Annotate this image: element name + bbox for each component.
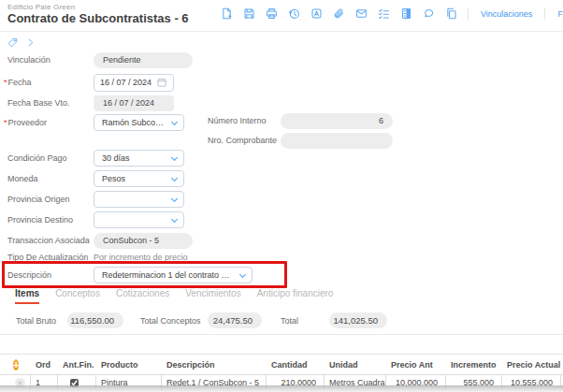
tab-anticipo-financiero[interactable]: Anticipo financiero xyxy=(257,288,334,304)
chevron-down-icon xyxy=(171,154,178,161)
moneda-value: Pesos xyxy=(102,174,125,183)
section-divider xyxy=(0,334,563,335)
field-numero-interno: Número Interno 6 xyxy=(208,112,393,129)
field-nro-comprobante: Nro. Comprobante xyxy=(208,132,393,149)
field-label: Moneda xyxy=(7,174,38,183)
total-bruto-value: 116,550.00 xyxy=(67,312,123,328)
fecha-value: 16 / 07 / 2024 xyxy=(100,78,152,87)
required-mark: * xyxy=(4,118,7,127)
field-provincia-destino: Provincia Destino xyxy=(7,211,184,228)
provincia-origen-select[interactable] xyxy=(94,191,184,208)
font-icon[interactable] xyxy=(310,7,323,20)
numero-interno-value: 6 xyxy=(281,113,393,129)
chevron-down-icon xyxy=(171,216,178,223)
attachment-icon[interactable] xyxy=(333,7,345,20)
chevron-down-icon xyxy=(239,271,246,278)
field-label: Transaccion Asociada xyxy=(7,236,90,245)
moneda-select[interactable]: Pesos xyxy=(94,170,184,187)
total-label: Total xyxy=(281,316,329,326)
total-value: 141,025.50 xyxy=(329,312,387,328)
quickbar xyxy=(7,37,36,48)
copy-icon[interactable] xyxy=(445,7,457,20)
chevron-right-icon[interactable] xyxy=(25,37,36,48)
field-label: Tipo De Actualización xyxy=(7,253,88,262)
tab-cotizaciones[interactable]: Cotizaciones xyxy=(116,288,169,304)
tab-bar: Items Conceptos Cotizaciones Vencimiento… xyxy=(15,288,333,304)
proveedor-select[interactable]: Ramón Subcontratis xyxy=(94,114,184,131)
fecha-base-value: 16 / 07 / 2024 xyxy=(94,95,174,111)
field-fecha: *Fecha 16 / 07 / 2024 xyxy=(7,74,174,91)
report-icon[interactable] xyxy=(400,7,412,20)
field-label: Provincia Origen xyxy=(7,195,70,204)
field-proveedor: *Proveedor Ramón Subcontratis xyxy=(7,114,184,131)
condicion-pago-value: 30 días xyxy=(102,153,130,163)
field-descripcion: Descripción Redeterminacion 1 del contra… xyxy=(7,267,253,283)
condicion-pago-select[interactable]: 30 días xyxy=(94,150,184,167)
field-label: Provincia Destino xyxy=(7,215,73,225)
tag-icon[interactable] xyxy=(7,37,18,48)
tipo-actualizacion-value: Por incremento de precio xyxy=(94,253,188,262)
descripcion-select[interactable]: Redeterminacion 1 del contrato ConSubcon… xyxy=(94,267,253,283)
page-title: Contrato de Subcontratistas - 6 xyxy=(7,11,189,25)
mail-icon[interactable] xyxy=(355,7,368,20)
total-bruto-label: Total Bruto xyxy=(16,316,67,326)
col-descripcion: Descripción xyxy=(162,360,267,370)
field-tipo-actualizacion: Tipo De Actualización Por incremento de … xyxy=(7,249,188,266)
tab-vencimientos[interactable]: Vencimientos xyxy=(185,288,240,304)
field-fecha-base: Fecha Base Vto. 16 / 07 / 2024 xyxy=(7,94,174,111)
descripcion-value: Redeterminacion 1 del contrato ConSubcon… xyxy=(102,270,235,280)
field-moneda: Moneda Pesos xyxy=(7,170,184,187)
col-ant-fin: Ant.Fin. xyxy=(58,360,96,370)
field-label: Proveedor xyxy=(8,118,48,127)
field-label: Fecha xyxy=(8,78,32,87)
finalizar-button[interactable]: Finalizar xyxy=(556,9,563,19)
history-icon[interactable] xyxy=(288,7,300,20)
required-mark: * xyxy=(4,78,7,87)
field-label: Número Interno xyxy=(208,116,267,125)
vinculaciones-button[interactable]: Vinculaciones xyxy=(479,9,534,19)
field-label: Condición Pago xyxy=(7,153,67,163)
col-precio-ant: Precio Ant xyxy=(386,360,446,370)
breadcrumb-project: Edificio Pale Green xyxy=(7,3,75,11)
col-producto: Producto xyxy=(96,360,162,370)
new-document-icon[interactable] xyxy=(221,7,233,20)
field-transaccion-asociada: Transaccion Asociada ConSubcon - 5 xyxy=(7,232,193,249)
col-incremento: Incremento xyxy=(446,360,502,370)
field-condicion-pago: Condición Pago 30 días xyxy=(7,150,184,167)
toolbar: Vinculaciones Finalizar Reactivar xyxy=(221,7,563,20)
print-icon[interactable] xyxy=(266,7,278,20)
chevron-down-icon xyxy=(171,196,178,202)
field-label: Vinculación xyxy=(7,55,51,65)
screenshot-edge-band xyxy=(0,385,563,392)
comment-icon[interactable] xyxy=(423,7,435,20)
tab-conceptos[interactable]: Conceptos xyxy=(55,288,100,304)
field-provincia-origen: Provincia Origen xyxy=(7,191,184,208)
col-unidad: Unidad xyxy=(325,360,386,370)
nro-comprobante-value xyxy=(281,133,393,149)
header-divider xyxy=(0,31,563,32)
col-precio-actual: Precio Actual xyxy=(502,360,561,370)
chevron-down-icon xyxy=(171,175,178,181)
add-row-button[interactable]: + xyxy=(13,359,19,370)
field-label: Fecha Base Vto. xyxy=(7,98,70,108)
tab-items[interactable]: Items xyxy=(15,288,39,304)
field-vinculacion: Vinculación Pendiente xyxy=(7,51,193,68)
toolbar-divider xyxy=(544,8,545,20)
field-label: Nro. Comprobante xyxy=(208,136,277,145)
save-icon[interactable] xyxy=(243,7,255,20)
toolbar-divider xyxy=(468,8,469,20)
col-cantidad: Cantidad xyxy=(267,360,325,370)
app-window: Edificio Pale Green Contrato de Subcontr… xyxy=(0,0,563,392)
checklist-icon[interactable] xyxy=(378,7,390,20)
transaccion-asociada-value: ConSubcon - 5 xyxy=(94,233,193,249)
total-conceptos-label: Total Conceptos xyxy=(140,316,208,326)
field-label: Descripción xyxy=(7,270,51,280)
calendar-icon[interactable] xyxy=(157,78,166,87)
fecha-input[interactable]: 16 / 07 / 2024 xyxy=(94,74,174,92)
provincia-destino-select[interactable] xyxy=(94,211,184,228)
vinculacion-value: Pendiente xyxy=(94,52,193,68)
totals-bar: Total Bruto 116,550.00 Total Conceptos 2… xyxy=(16,312,387,328)
chevron-down-icon xyxy=(171,119,178,125)
table-header-row: + Ord Ant.Fin. Producto Descripción Cant… xyxy=(0,354,563,375)
proveedor-value: Ramón Subcontratis xyxy=(102,118,166,127)
